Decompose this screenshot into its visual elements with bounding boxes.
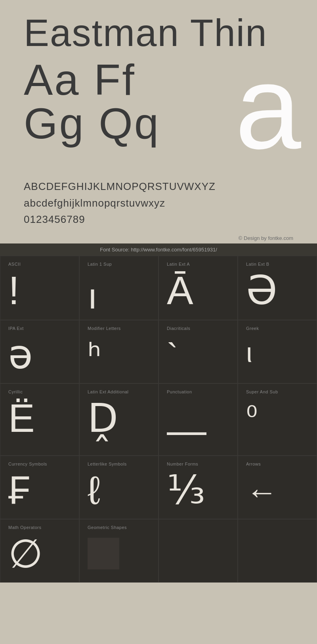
glyph-char-punctuation: —: [167, 410, 206, 450]
glyph-char-numforms: ⅓: [167, 470, 205, 510]
hero-big-a: a: [235, 48, 301, 167]
glyph-char-ipaext: ə: [8, 335, 33, 374]
glyph-cell-currency: Currency Symbols ₣: [0, 456, 79, 519]
glyph-cell-latinextb: Latin Ext B Ə: [238, 256, 317, 320]
hero-letters-row1: Aa Ff: [24, 58, 136, 102]
glyph-cell-letterlike: Letterlike Symbols ℓ: [79, 456, 158, 519]
alphabet-lower: abcdefghijklmnopqrstuvwxyz: [24, 195, 293, 212]
glyph-char-latinextadd: Ḓ: [88, 398, 118, 438]
glyph-cell-numforms: Number Forms ⅓: [158, 456, 238, 519]
glyph-label-arrows: Arrows: [246, 462, 261, 466]
glyph-cell-cyrillic: Cyrillic Ё: [0, 383, 79, 456]
glyph-cell-latin1sup: Latin 1 Sup ı: [79, 256, 158, 320]
glyph-cell-arrows: Arrows ←: [238, 456, 317, 519]
glyph-char-currency: ₣: [8, 470, 31, 510]
glyph-cell-empty1: [158, 519, 238, 583]
glyph-cell-ipaext: IPA Ext ə: [0, 320, 79, 383]
glyph-cell-latinexta: Latin Ext A Ā: [158, 256, 238, 320]
glyph-char-latin1sup: ı: [88, 278, 97, 314]
glyph-cell-latinextadd: Latin Ext Additional Ḓ: [79, 383, 158, 456]
glyph-char-supersub: ⁰: [246, 402, 258, 431]
glyph-char-ascii: !: [8, 270, 19, 310]
glyph-char-mathops: ∅: [8, 534, 43, 573]
glyph-cell-empty2: [238, 519, 317, 583]
glyph-cell-supersub: Super And Sub ⁰: [238, 383, 317, 456]
font-source: Font Source: http://www.fontke.com/font/…: [0, 243, 317, 256]
glyph-label-diacriticals: Diacriticals: [167, 326, 190, 331]
glyph-char-latinexta: Ā: [167, 270, 193, 310]
glyph-cell-mathops: Math Operators ∅: [0, 519, 79, 583]
glyph-cell-modletters: Modifier Letters ʰ: [79, 320, 158, 383]
glyph-char-geoshapes: [88, 534, 119, 569]
glyph-label-letterlike: Letterlike Symbols: [88, 462, 127, 466]
hero-letters-row2: Gg Qq: [24, 102, 160, 145]
glyph-label-geoshapes: Geometric Shapes: [88, 525, 127, 530]
glyph-label-numforms: Number Forms: [167, 462, 198, 466]
hero-section: Eastman Thin Aa Ff a Gg Qq: [0, 0, 317, 171]
digits: 0123456789: [24, 211, 293, 228]
glyph-label-ascii: ASCII: [8, 262, 21, 266]
glyph-label-cyrillic: Cyrillic: [8, 389, 23, 394]
glyph-char-arrows: ←: [246, 476, 278, 508]
glyph-cell-greek: Greek ι: [238, 320, 317, 383]
glyph-char-cyrillic: Ё: [8, 398, 35, 438]
glyph-cell-ascii: ASCII !: [0, 256, 79, 320]
glyph-cell-diacriticals: Diacriticals `: [158, 320, 238, 383]
glyph-label-mathops: Math Operators: [8, 525, 41, 530]
glyph-label-latin1sup: Latin 1 Sup: [88, 262, 112, 266]
glyph-label-currency: Currency Symbols: [8, 462, 47, 466]
alphabet-section: ABCDEFGHIJKLMNOPQRSTUVWXYZ abcdefghijklm…: [0, 171, 317, 232]
glyph-label-latinextadd: Latin Ext Additional: [88, 389, 129, 394]
glyph-label-supersub: Super And Sub: [246, 389, 278, 394]
glyph-char-latinextb: Ə: [246, 270, 277, 310]
glyph-label-ipaext: IPA Ext: [8, 326, 24, 331]
glyph-cell-geoshapes: Geometric Shapes: [79, 519, 158, 583]
glyph-char-diacriticals: `: [167, 339, 178, 372]
glyph-cell-punctuation: Punctuation —: [158, 383, 238, 456]
alphabet-upper: ABCDEFGHIJKLMNOPQRSTUVWXYZ: [24, 178, 293, 195]
glyph-char-greek: ι: [246, 339, 252, 366]
glyph-char-modletters: ʰ: [88, 339, 101, 372]
glyph-label-punctuation: Punctuation: [167, 389, 192, 394]
glyph-char-letterlike: ℓ: [88, 470, 100, 510]
copyright: © Design by fontke.com: [0, 232, 317, 243]
glyph-label-modletters: Modifier Letters: [88, 326, 121, 331]
glyph-grid: ASCII ! Latin 1 Sup ı Latin Ext A Ā Lati…: [0, 256, 317, 583]
glyph-label-latinextb: Latin Ext B: [246, 262, 269, 266]
glyph-label-greek: Greek: [246, 326, 259, 331]
glyph-label-latinexta: Latin Ext A: [167, 262, 190, 266]
